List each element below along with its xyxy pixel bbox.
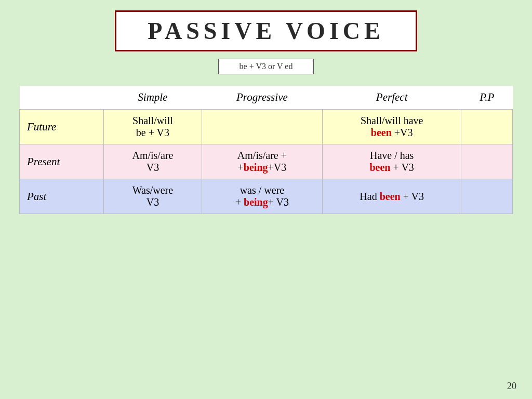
header-progressive: Progressive [202,86,322,110]
past-pp [461,179,513,214]
row-label-past: Past [20,179,104,214]
header-simple: Simple [103,86,202,110]
past-simple: Was/wereV3 [103,179,202,214]
header-empty [20,86,104,110]
future-progressive [202,110,322,144]
subtitle-box: be + V3 or V ed [218,59,314,74]
present-simple: Am/is/areV3 [103,144,202,179]
subtitle-text: be + V3 or V ed [240,62,293,71]
present-perfect: Have / has been + V3 [322,144,461,179]
present-perfect-been: been [369,162,390,173]
row-label-future: Future [20,110,104,144]
table-row-past: Past Was/wereV3 was / were+ being+ V3 Ha… [20,179,513,214]
past-perfect: Had been + V3 [322,179,461,214]
page-number: 20 [507,381,516,392]
future-perfect-been: been [371,127,392,138]
future-pp [461,110,513,144]
header-perfect: Perfect [322,86,461,110]
table-row-future: Future Shall/willbe + V3 Shall/will have… [20,110,513,144]
future-simple: Shall/willbe + V3 [103,110,202,144]
passive-voice-table: Simple Progressive Perfect P.P Future Sh… [19,86,513,214]
past-progressive: was / were+ being+ V3 [202,179,322,214]
past-progressive-being: being [244,196,268,208]
present-progressive: Am/is/are ++being+V3 [202,144,322,179]
header-pp: P.P [461,86,513,110]
present-progressive-being: being [244,162,268,173]
page-title: PASSIVE VOICE [148,18,384,44]
title-box: PASSIVE VOICE [115,10,417,51]
table-row-present: Present Am/is/areV3 Am/is/are ++being+V3… [20,144,513,179]
present-pp [461,144,513,179]
row-label-present: Present [20,144,104,179]
future-perfect: Shall/will have been +V3 [322,110,461,144]
table-header-row: Simple Progressive Perfect P.P [20,86,513,110]
past-perfect-been: been [380,191,401,202]
